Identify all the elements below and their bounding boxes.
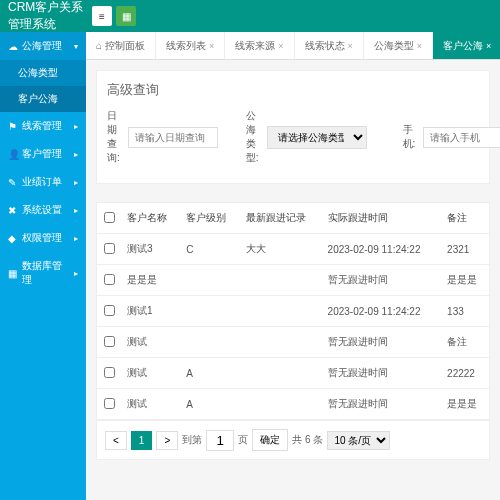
app-brand: CRM客户关系管理系统 [8, 0, 88, 33]
chevron-icon: ▸ [74, 178, 78, 187]
tab[interactable]: 线索列表× [156, 32, 225, 59]
sidebar-subitem[interactable]: 客户公海 [0, 86, 86, 112]
col-header: 客户级别 [180, 203, 239, 234]
page-input[interactable] [206, 430, 234, 451]
col-header: 最新跟进记录 [240, 203, 322, 234]
nav-icon: ☁ [8, 41, 18, 52]
table-row: 是是是暂无跟进时间是是是 [97, 265, 489, 296]
close-icon[interactable]: × [278, 41, 283, 51]
row-check[interactable] [104, 243, 115, 254]
tab[interactable]: 客户公海× [433, 32, 500, 59]
table-row: 测试A暂无跟进时间是是是 [97, 389, 489, 420]
col-header: 备注 [441, 203, 489, 234]
date-input[interactable] [128, 127, 218, 148]
row-check[interactable] [104, 274, 115, 285]
row-check[interactable] [104, 367, 115, 378]
chevron-icon: ▸ [74, 122, 78, 131]
tabs: ⌂控制面板线索列表×线索来源×线索状态×公海类型×客户公海×我的客户×客户列表× [86, 32, 500, 60]
close-icon[interactable]: × [486, 41, 491, 51]
prev-btn[interactable]: < [105, 431, 127, 450]
tab[interactable]: 线索状态× [295, 32, 364, 59]
chevron-icon: ▸ [74, 150, 78, 159]
data-table: 客户名称客户级别最新跟进记录实际跟进时间备注 测试3C大大2023-02-09 … [96, 202, 490, 460]
chevron-icon: ▸ [74, 234, 78, 243]
chevron-icon: ▸ [74, 269, 78, 278]
tab[interactable]: 线索来源× [225, 32, 294, 59]
phone-input[interactable] [423, 127, 500, 148]
nav-icon: 👤 [8, 149, 18, 160]
grid-btn[interactable]: ▦ [116, 6, 136, 26]
tab[interactable]: ⌂控制面板 [86, 32, 156, 59]
table-row: 测试12023-02-09 11:24:22133 [97, 296, 489, 327]
table-row: 测试暂无跟进时间备注 [97, 327, 489, 358]
next-btn[interactable]: > [156, 431, 178, 450]
search-panel: 高级查询 日期查询: 公海类型: 请选择公海类型 手机: [96, 70, 490, 184]
type-select[interactable]: 请选择公海类型 [267, 126, 367, 149]
table-row: 测试3C大大2023-02-09 11:24:222321 [97, 234, 489, 265]
col-header: 客户名称 [121, 203, 180, 234]
sidebar-item[interactable]: 👤客户管理▸ [0, 140, 86, 168]
chevron-icon: ▸ [74, 206, 78, 215]
sidebar: ☁公海管理▾公海类型客户公海⚑线索管理▸👤客户管理▸✎业绩订单▸✖系统设置▸◆权… [0, 32, 86, 500]
close-icon[interactable]: × [209, 41, 214, 51]
page-size[interactable]: 10 条/页 [327, 431, 390, 450]
type-label: 公海类型: [246, 109, 259, 165]
phone-label: 手机: [403, 123, 416, 151]
nav-icon: ⚑ [8, 121, 18, 132]
nav-icon: ✖ [8, 205, 18, 216]
pager: < 1 > 到第 页 确定 共 6 条 10 条/页 [97, 420, 489, 459]
row-check[interactable] [104, 398, 115, 409]
date-label: 日期查询: [107, 109, 120, 165]
row-check[interactable] [104, 336, 115, 347]
check-all[interactable] [97, 203, 121, 234]
nav-icon: ◆ [8, 233, 18, 244]
total-count: 共 6 条 [292, 433, 323, 447]
menu-btn[interactable]: ≡ [92, 6, 112, 26]
sidebar-item[interactable]: ▦数据库管理▸ [0, 252, 86, 294]
sidebar-subitem[interactable]: 公海类型 [0, 60, 86, 86]
sidebar-item[interactable]: ◆权限管理▸ [0, 224, 86, 252]
sidebar-item[interactable]: ⚑线索管理▸ [0, 112, 86, 140]
confirm-btn[interactable]: 确定 [252, 429, 288, 451]
nav-icon: ▦ [8, 268, 18, 279]
sidebar-item[interactable]: ✎业绩订单▸ [0, 168, 86, 196]
search-title: 高级查询 [107, 81, 479, 99]
sidebar-item[interactable]: ☁公海管理▾ [0, 32, 86, 60]
tab[interactable]: 公海类型× [364, 32, 433, 59]
col-header: 实际跟进时间 [322, 203, 442, 234]
close-icon[interactable]: × [348, 41, 353, 51]
close-icon[interactable]: × [417, 41, 422, 51]
sidebar-item[interactable]: ✖系统设置▸ [0, 196, 86, 224]
row-check[interactable] [104, 305, 115, 316]
chevron-icon: ▾ [74, 42, 78, 51]
page-1[interactable]: 1 [131, 431, 153, 450]
table-row: 测试A暂无跟进时间22222 [97, 358, 489, 389]
home-icon: ⌂ [96, 40, 102, 51]
nav-icon: ✎ [8, 177, 18, 188]
